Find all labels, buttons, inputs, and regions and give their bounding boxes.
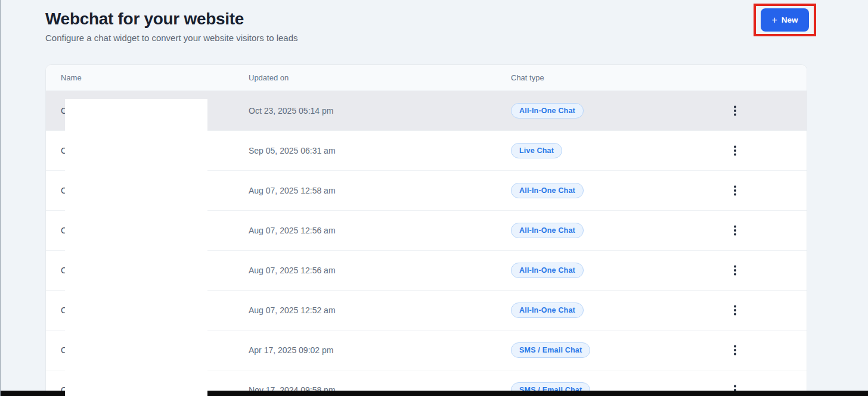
kebab-icon — [734, 229, 736, 232]
row-menu-button[interactable] — [729, 303, 741, 317]
new-button[interactable]: + New — [761, 8, 809, 32]
page-header: Webchat for your website Configure a cha… — [45, 10, 298, 43]
kebab-icon — [734, 269, 736, 272]
highlight-annotation: + New — [754, 4, 816, 36]
kebab-icon — [734, 309, 736, 311]
table-header-row: Name Updated on Chat type — [46, 65, 807, 91]
updated-on-value: Aug 07, 2025 12:56 am — [249, 266, 511, 275]
row-menu-button[interactable] — [729, 343, 741, 357]
column-header-name: Name — [61, 73, 249, 82]
page-title: Webchat for your website — [45, 10, 298, 29]
row-menu-button[interactable] — [729, 144, 741, 158]
updated-on-value: Sep 05, 2025 06:31 am — [249, 146, 511, 155]
row-menu-button[interactable] — [729, 104, 741, 118]
chat-type-badge: Live Chat — [511, 143, 562, 158]
new-button-label: New — [782, 15, 798, 24]
chat-type-badge: All-In-One Chat — [511, 103, 584, 119]
redaction-overlay — [65, 99, 207, 396]
row-menu-button[interactable] — [729, 183, 741, 198]
row-menu-button[interactable] — [729, 223, 741, 238]
page-subtitle: Configure a chat widget to convert your … — [45, 33, 298, 43]
chat-type-badge: All-In-One Chat — [511, 303, 584, 318]
chat-type-badge: All-In-One Chat — [511, 223, 584, 238]
chat-type-badge: All-In-One Chat — [511, 263, 584, 278]
kebab-icon — [734, 110, 736, 112]
kebab-icon — [734, 149, 736, 152]
updated-on-value: Aug 07, 2025 12:52 am — [249, 305, 511, 315]
updated-on-value: Apr 17, 2025 09:02 pm — [249, 345, 511, 355]
column-header-chat-type: Chat type — [511, 73, 729, 82]
kebab-icon — [734, 189, 736, 192]
chat-type-badge: All-In-One Chat — [511, 183, 584, 198]
updated-on-value: Aug 07, 2025 12:56 am — [249, 226, 511, 235]
column-header-updated-on: Updated on — [249, 73, 511, 82]
plus-icon: + — [771, 15, 777, 25]
row-menu-button[interactable] — [729, 263, 741, 277]
updated-on-value: Oct 23, 2025 05:14 pm — [249, 106, 511, 116]
chat-type-badge: SMS / Email Chat — [511, 342, 590, 358]
kebab-icon — [734, 349, 736, 351]
updated-on-value: Aug 07, 2025 12:58 am — [249, 186, 511, 195]
